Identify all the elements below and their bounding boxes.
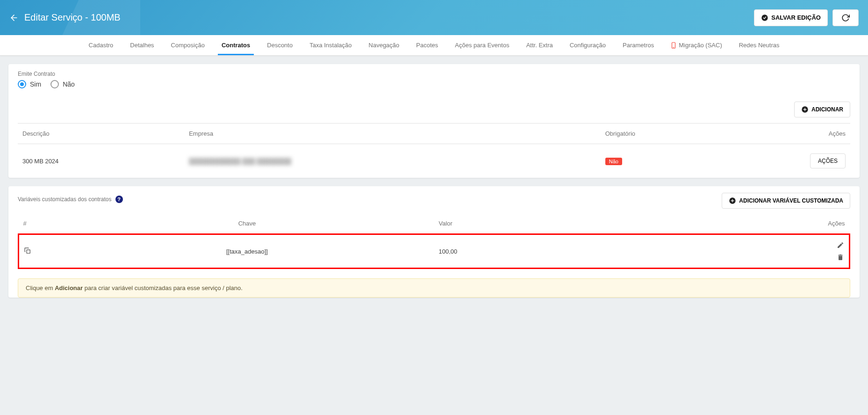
cell-actions [725,234,850,269]
tab-label: Attr. Extra [526,42,553,49]
page-title: Editar Serviço - 100MB [24,12,121,23]
info-prefix: Clique em [26,284,55,291]
table-row: 300 MB 2024 ████████████ ███ ████████ Nã… [18,144,850,178]
tab-label: Cadastro [89,42,114,49]
tab-label: Taxa Instalação [309,42,352,49]
delete-icon[interactable] [837,254,844,261]
tab-attr-extra[interactable]: Attr. Extra [518,35,561,55]
tab-label: Parametros [623,42,654,49]
info-bold: Adicionar [55,284,83,291]
cell-valor: 100,00 [434,234,725,269]
radio-no[interactable]: Não [50,80,75,88]
help-icon[interactable]: ? [115,196,123,203]
tab-navegacao[interactable]: Navegação [360,35,408,55]
tab-parametros[interactable]: Parametros [614,35,662,55]
col-acoes: Ações [725,213,850,234]
phone-icon [671,42,676,49]
radio-circle-checked-icon [18,80,26,88]
variables-title-text: Variáveis customizadas dos contratos [18,196,112,203]
emit-contract-label: Emite Contrato [18,71,850,77]
copy-icon[interactable] [24,247,31,255]
row-actions-button[interactable]: AÇÕES [810,153,846,168]
svg-point-1 [762,15,768,21]
variables-title: Variáveis customizadas dos contratos ? [18,196,123,203]
tab-label: Detalhes [130,42,154,49]
add-contract-button[interactable]: ADICIONAR [794,102,850,117]
refresh-button[interactable] [832,9,859,26]
back-button[interactable] [9,13,19,22]
tab-detalhes[interactable]: Detalhes [122,35,162,55]
variables-panel: Variáveis customizadas dos contratos ? A… [8,186,860,298]
radio-circle-icon [50,80,59,88]
cell-empresa: ████████████ ███ ████████ [184,144,601,178]
radio-yes[interactable]: Sim [18,80,41,88]
check-circle-icon [761,14,768,22]
radio-label: Sim [30,80,41,88]
radio-label: Não [63,80,75,88]
tab-label: Pacotes [416,42,438,49]
info-suffix: para criar variável customizadas para es… [83,284,243,291]
col-empresa: Empresa [184,124,601,144]
arrow-left-icon [9,13,19,22]
contract-panel: Emite Contrato Sim Não ADICIONAR [8,64,860,178]
tab-migracao-sac[interactable]: Migração (SAC) [662,35,730,55]
col-hash: # [19,213,60,234]
plus-circle-icon [801,106,809,113]
plus-circle-icon [729,197,736,204]
variables-header: Variáveis customizadas dos contratos ? A… [18,193,850,209]
header-left: Editar Serviço - 100MB [9,12,121,23]
col-acoes: Ações [725,124,850,144]
cell-descricao: 300 MB 2024 [18,144,184,178]
panel-actions: ADICIONAR [18,96,850,123]
tab-taxa-instalacao[interactable]: Taxa Instalação [301,35,360,55]
tabs-nav: Cadastro Detalhes Composição Contratos D… [0,35,868,56]
col-descricao: Descrição [18,124,184,144]
tab-label: Configuração [570,42,606,49]
cell-chave: [[taxa_adesao]] [60,234,434,269]
page-header: Editar Serviço - 100MB SALVAR EDIÇÃO [0,0,868,35]
main-content: Emite Contrato Sim Não ADICIONAR [0,56,868,314]
tab-label: Composição [171,42,205,49]
tab-label: Migração (SAC) [679,42,722,49]
tab-label: Ações para Eventos [455,42,509,49]
col-valor: Valor [434,213,725,234]
tab-configuracao[interactable]: Configuração [561,35,614,55]
tab-label: Navegação [369,42,400,49]
info-box: Clique em Adicionar para criar variável … [18,278,850,298]
status-badge: Não [605,158,622,165]
header-right: SALVAR EDIÇÃO [754,9,859,26]
radio-group: Sim Não [18,80,850,88]
tab-pacotes[interactable]: Pacotes [408,35,446,55]
edit-icon[interactable] [837,241,844,249]
refresh-icon [841,14,850,22]
variable-row: [[taxa_adesao]] 100,00 [19,234,850,269]
col-chave: Chave [60,213,434,234]
save-button[interactable]: SALVAR EDIÇÃO [754,9,828,26]
variables-table: # Chave Valor Ações [18,213,850,269]
tab-desconto[interactable]: Desconto [258,35,301,55]
tab-cadastro[interactable]: Cadastro [80,35,122,55]
add-variable-label: ADICIONAR VARIÁVEL CUSTOMIZADA [739,197,843,204]
tab-label: Contratos [222,42,250,49]
tab-redes-neutras[interactable]: Redes Neutras [731,35,788,55]
cell-obrigatorio: Não [601,144,725,178]
cell-copy [19,234,60,269]
contracts-table: Descrição Empresa Obrigatório Ações 300 … [18,123,850,178]
tab-acoes-eventos[interactable]: Ações para Eventos [446,35,517,55]
save-label: SALVAR EDIÇÃO [771,14,821,21]
add-variable-button[interactable]: ADICIONAR VARIÁVEL CUSTOMIZADA [722,193,850,209]
add-label: ADICIONAR [811,106,843,113]
col-obrigatorio: Obrigatório [601,124,725,144]
tab-label: Desconto [267,42,293,49]
cell-acoes: AÇÕES [725,144,850,178]
tab-contratos[interactable]: Contratos [213,35,258,55]
tab-composicao[interactable]: Composição [163,35,213,55]
svg-rect-10 [27,250,30,253]
tab-label: Redes Neutras [739,42,780,49]
